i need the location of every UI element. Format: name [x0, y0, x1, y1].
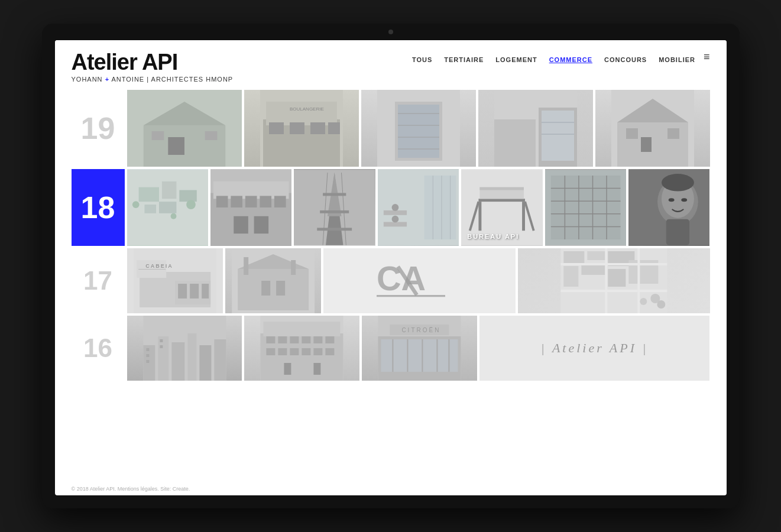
svg-rect-30 — [641, 137, 652, 152]
street-svg — [210, 169, 291, 246]
thumb-18-2[interactable] — [210, 169, 291, 246]
svg-rect-9 — [269, 122, 284, 134]
svg-rect-5 — [205, 131, 217, 140]
nav-tous[interactable]: TOUS — [412, 56, 432, 63]
portrait-svg — [628, 169, 709, 246]
nav-logement[interactable]: LOGEMENT — [495, 56, 537, 63]
office-svg — [378, 169, 459, 246]
year-row-16: 16 — [72, 316, 710, 381]
thumb-19-1[interactable] — [127, 90, 242, 167]
logo-title[interactable]: Atelier API — [72, 51, 234, 73]
thumb-18-7[interactable] — [628, 169, 709, 246]
nav-commerce[interactable]: COMMERCE — [549, 56, 592, 63]
thumb-18-3[interactable] — [294, 169, 375, 246]
svg-rect-16 — [398, 105, 439, 158]
svg-rect-67 — [384, 222, 407, 227]
svg-rect-118 — [563, 266, 578, 287]
svg-rect-35 — [161, 181, 176, 199]
svg-rect-147 — [302, 336, 311, 343]
year-label-16: 16 — [72, 316, 125, 381]
svg-rect-136 — [146, 348, 149, 351]
svg-rect-116 — [587, 251, 605, 260]
svg-rect-22 — [494, 119, 536, 167]
svg-rect-46 — [231, 196, 242, 207]
portfolio-grid: 19 — [55, 90, 727, 482]
logo-subtitle: YOHANN + ANTOINE | ARCHITECTES HMONP — [72, 76, 234, 83]
svg-rect-139 — [160, 339, 163, 342]
svg-rect-72 — [479, 202, 482, 231]
thumb-17-4[interactable] — [518, 248, 710, 313]
svg-rect-108 — [276, 281, 285, 296]
svg-rect-146 — [290, 336, 299, 343]
thumb-18-4[interactable] — [378, 169, 459, 246]
svg-point-68 — [391, 204, 398, 211]
svg-rect-156 — [284, 363, 291, 375]
svg-text:CA: CA — [377, 262, 426, 297]
thumb-18-1[interactable] — [127, 169, 208, 246]
building-svg-3 — [361, 90, 476, 167]
svg-rect-155 — [326, 348, 335, 355]
thumb-16-4[interactable]: | Atelier API | — [479, 316, 710, 381]
svg-rect-101 — [178, 284, 187, 299]
svg-point-39 — [132, 201, 139, 208]
thumb-19-4[interactable] — [478, 90, 593, 167]
svg-rect-134 — [199, 345, 211, 381]
thumb-19-2[interactable]: BOULANGERIE — [244, 90, 359, 167]
svg-rect-10 — [290, 122, 304, 134]
svg-rect-137 — [146, 354, 149, 357]
svg-rect-144 — [267, 336, 276, 343]
citroen-svg: CITROËN — [362, 316, 477, 381]
thumb-16-1[interactable] — [127, 316, 242, 381]
thumb-18-5[interactable]: BUREAU API — [461, 169, 542, 246]
city-svg — [127, 316, 242, 381]
svg-rect-110 — [291, 260, 296, 275]
watermark-text: | Atelier API | — [541, 340, 649, 356]
cabeia-svg: CABEIA — [127, 248, 223, 313]
svg-rect-115 — [563, 251, 584, 263]
thumb-19-5[interactable] — [595, 90, 710, 167]
svg-rect-57 — [317, 228, 352, 231]
nav-tertiaire[interactable]: TERTIAIRE — [444, 56, 484, 63]
thumb-18-6[interactable] — [545, 169, 626, 246]
svg-rect-31 — [626, 128, 638, 139]
svg-rect-50 — [234, 216, 248, 233]
building-svg-5 — [595, 90, 710, 167]
svg-rect-66 — [384, 210, 407, 215]
svg-rect-133 — [187, 333, 196, 381]
svg-rect-105 — [238, 269, 309, 310]
thumb-17-2[interactable] — [225, 248, 321, 313]
svg-point-94 — [681, 198, 687, 202]
svg-rect-71 — [479, 199, 526, 202]
svg-rect-154 — [314, 348, 323, 355]
logo-plus: + — [105, 76, 109, 83]
svg-rect-149 — [326, 336, 335, 343]
bureau-api-label: BUREAU API — [467, 233, 519, 240]
svg-rect-124 — [605, 248, 607, 313]
year-label-19: 19 — [72, 90, 125, 167]
thumb-17-3[interactable]: CA — [323, 248, 516, 313]
svg-rect-8 — [266, 102, 337, 125]
building-svg — [127, 90, 242, 167]
hamburger-icon[interactable]: ≡ — [704, 51, 710, 63]
svg-point-40 — [186, 200, 196, 209]
nav-mobilier[interactable]: MOBILIER — [659, 56, 695, 63]
svg-point-92 — [662, 174, 694, 191]
svg-text:CABEIA: CABEIA — [145, 263, 173, 269]
thumb-19-3[interactable] — [361, 90, 476, 167]
thumb-16-3[interactable]: CITROËN — [362, 316, 477, 381]
main-nav: TOUS TERTIAIRE LOGEMENT COMMERCE CONCOUR… — [412, 51, 695, 63]
svg-rect-138 — [146, 360, 149, 363]
device-frame: Atelier API YOHANN + ANTOINE | ARCHITECT… — [42, 24, 740, 508]
svg-rect-143 — [264, 322, 341, 336]
nav-concours[interactable]: CONCOURS — [604, 56, 647, 63]
screen: Atelier API YOHANN + ANTOINE | ARCHITECT… — [55, 40, 727, 495]
svg-rect-152 — [290, 348, 299, 355]
svg-rect-47 — [245, 196, 257, 207]
svg-rect-36 — [179, 190, 196, 202]
logo-section: Atelier API YOHANN + ANTOINE | ARCHITECT… — [72, 51, 234, 83]
svg-text:CITROËN: CITROËN — [401, 327, 440, 333]
svg-rect-107 — [261, 281, 270, 296]
thumb-17-1[interactable]: CABEIA — [127, 248, 223, 313]
svg-text:BOULANGERIE: BOULANGERIE — [290, 106, 324, 112]
thumb-16-2[interactable] — [244, 316, 359, 381]
